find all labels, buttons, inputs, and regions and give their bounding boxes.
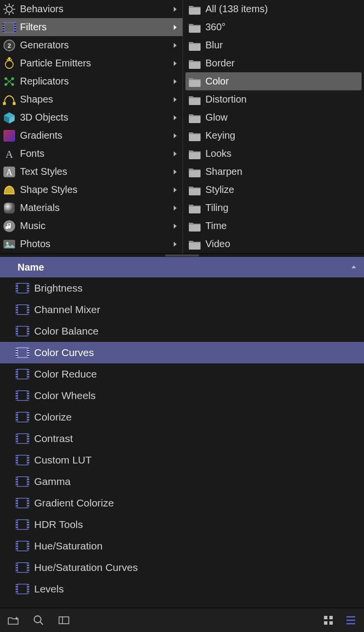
subcategory-sharpen[interactable]: Sharpen: [185, 163, 362, 181]
category-replicators[interactable]: Replicators: [0, 72, 182, 90]
textstyle-icon: A: [2, 165, 17, 179]
category-music[interactable]: Music: [0, 217, 182, 235]
svg-rect-137: [27, 480, 29, 481]
subcategory-color[interactable]: Color: [185, 72, 362, 90]
subcategory-border[interactable]: Border: [185, 54, 362, 72]
subcategory-stylize[interactable]: Stylize: [185, 181, 362, 199]
subcategory-video[interactable]: Video: [185, 235, 362, 253]
svg-rect-105: [27, 418, 29, 419]
filter-item[interactable]: Channel Mixer: [0, 299, 364, 320]
category-filters[interactable]: Filters: [0, 18, 182, 36]
svg-rect-72: [27, 354, 29, 355]
subcategory-glow[interactable]: Glow: [185, 108, 362, 126]
filter-item[interactable]: Custom LUT: [0, 449, 364, 471]
filter-item[interactable]: Color Wheels: [0, 385, 364, 406]
svg-rect-198: [329, 616, 333, 619]
svg-rect-113: [16, 442, 18, 443]
search-button[interactable]: [32, 614, 45, 627]
svg-rect-112: [16, 440, 18, 441]
svg-rect-133: [16, 480, 18, 481]
filter-item[interactable]: Contrast: [0, 428, 364, 449]
filter-item[interactable]: Colorize: [0, 406, 364, 428]
filter-item[interactable]: Hue/Saturation Curves: [0, 557, 364, 578]
svg-rect-110: [16, 435, 18, 436]
svg-rect-166: [16, 545, 18, 546]
category-particle-emitters[interactable]: Particle Emitters: [0, 54, 182, 72]
subcategory-blur[interactable]: Blur: [185, 36, 362, 54]
category-materials[interactable]: Materials: [0, 199, 182, 217]
category-behaviors[interactable]: Behaviors: [0, 0, 182, 18]
svg-rect-10: [14, 28, 16, 29]
cube3d-icon: [2, 110, 17, 125]
subcategory-time[interactable]: Time: [185, 217, 362, 235]
svg-rect-158: [27, 521, 29, 522]
subcategory-distortion[interactable]: Distortion: [185, 90, 362, 108]
chevron-right-icon: [172, 60, 179, 67]
svg-rect-26: [4, 203, 15, 213]
filter-item[interactable]: Hue/Saturation: [0, 535, 364, 557]
grid-view-button[interactable]: [322, 614, 335, 627]
subcategory-label: Sharpen: [205, 166, 358, 177]
svg-rect-57: [16, 332, 18, 333]
filter-item-label: HDR Tools: [34, 519, 83, 530]
svg-rect-147: [27, 499, 29, 500]
svg-rect-84: [27, 378, 29, 379]
category-text-styles[interactable]: AText Styles: [0, 163, 182, 181]
category-label: Gradients: [20, 130, 172, 141]
svg-rect-149: [27, 504, 29, 505]
svg-rect-165: [16, 542, 18, 543]
svg-rect-60: [27, 330, 29, 331]
chevron-right-icon: [172, 187, 179, 193]
svg-rect-180: [27, 564, 29, 565]
subcategory-looks[interactable]: Looks: [185, 145, 362, 163]
subcategory-label: All (138 items): [205, 3, 358, 15]
filter-item[interactable]: Color Curves: [0, 342, 364, 363]
subcategory-360[interactable]: 360°: [185, 18, 362, 36]
folder-icon: [187, 128, 202, 143]
svg-rect-54: [18, 326, 27, 336]
svg-rect-135: [16, 485, 18, 486]
subcategory-keying[interactable]: Keying: [185, 126, 362, 145]
svg-rect-21: [13, 103, 15, 105]
filter-item[interactable]: Gamma: [0, 471, 364, 492]
category-shape-styles[interactable]: Shape Styles: [0, 181, 182, 199]
filter-item[interactable]: Levels: [0, 578, 364, 600]
svg-rect-134: [16, 483, 18, 484]
svg-rect-199: [324, 621, 327, 625]
category-shapes[interactable]: Shapes: [0, 90, 182, 108]
svg-rect-40: [27, 292, 29, 293]
list-header-name[interactable]: Name: [0, 257, 364, 277]
svg-rect-193: [27, 590, 29, 591]
chevron-right-icon: [172, 169, 179, 175]
svg-rect-91: [16, 399, 18, 400]
filter-item[interactable]: HDR Tools: [0, 514, 364, 535]
filter-item[interactable]: Brightness: [0, 277, 364, 299]
fonts-icon: A: [2, 147, 17, 161]
filter-item[interactable]: Color Balance: [0, 320, 364, 342]
category-gradients[interactable]: Gradients: [0, 126, 182, 145]
svg-rect-145: [16, 504, 18, 505]
generator-icon: 2: [2, 38, 17, 53]
list-view-button[interactable]: [344, 614, 357, 627]
subcategory-all[interactable]: All (138 items): [185, 0, 362, 18]
svg-rect-136: [27, 478, 29, 479]
svg-rect-6: [2, 28, 4, 29]
sidebar-toggle-button[interactable]: [58, 614, 70, 627]
filter-list-pane: Name Brightness Channel Mixer: [0, 257, 364, 608]
filter-item-label: Color Balance: [34, 325, 99, 337]
category-3d-objects[interactable]: 3D Objects: [0, 108, 182, 126]
svg-rect-38: [27, 287, 29, 288]
filter-clip-icon: [16, 540, 29, 552]
category-photos[interactable]: Photos: [0, 235, 182, 253]
category-label: Photos: [20, 238, 172, 250]
svg-rect-114: [27, 435, 29, 436]
filter-item[interactable]: Gradient Colorize: [0, 492, 364, 514]
new-folder-button[interactable]: [7, 614, 20, 627]
filter-clip-icon: [16, 411, 29, 423]
svg-point-15: [8, 58, 10, 60]
svg-rect-92: [27, 392, 29, 393]
subcategory-tiling[interactable]: Tiling: [185, 199, 362, 217]
filter-item[interactable]: Color Reduce: [0, 363, 364, 385]
category-fonts[interactable]: AFonts: [0, 145, 182, 163]
category-generators[interactable]: 2Generators: [0, 36, 182, 54]
